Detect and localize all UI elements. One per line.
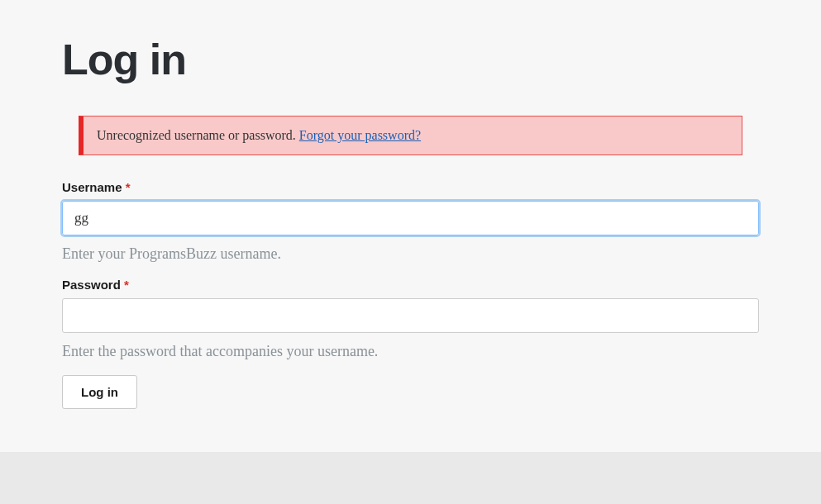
error-alert: Unrecognized username or password. Forgo… [79,116,742,155]
password-label: Password * [62,278,759,292]
footer-band [0,452,821,504]
password-input[interactable] [62,298,759,333]
error-message-text: Unrecognized username or password. [97,128,299,142]
username-helper: Enter your ProgramsBuzz username. [62,245,759,263]
forgot-password-link[interactable]: Forgot your password? [299,128,421,142]
password-helper: Enter the password that accompanies your… [62,343,759,360]
login-container: Log in Unrecognized username or password… [0,0,821,452]
password-label-text: Password [62,278,121,292]
username-group: Username * Enter your ProgramsBuzz usern… [62,180,759,263]
username-label: Username * [62,180,759,194]
required-indicator: * [126,180,131,194]
username-label-text: Username [62,180,122,194]
login-button[interactable]: Log in [62,375,137,409]
username-input[interactable] [62,201,759,235]
page-title: Log in [62,0,759,101]
password-group: Password * Enter the password that accom… [62,278,759,360]
required-indicator: * [124,278,129,292]
